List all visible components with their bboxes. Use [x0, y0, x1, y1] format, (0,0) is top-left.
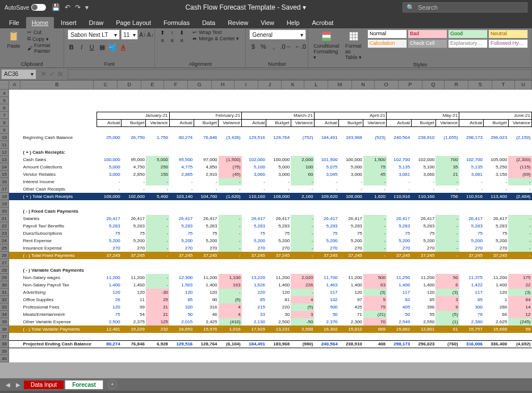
cell[interactable]: 50 — [387, 311, 411, 318]
cell[interactable]: - — [411, 185, 435, 193]
cell[interactable] — [242, 259, 266, 267]
cell[interactable] — [21, 200, 97, 208]
cell[interactable]: 120 — [411, 289, 435, 296]
row-header[interactable]: 5 — [0, 97, 9, 104]
cell[interactable] — [411, 90, 435, 97]
cell[interactable]: 14 — [508, 303, 531, 311]
cell[interactable]: - — [363, 222, 387, 230]
col-header[interactable]: D — [118, 81, 141, 90]
cell[interactable]: Rent Expense — [21, 237, 97, 244]
cell[interactable] — [387, 104, 411, 112]
cell[interactable]: 76,846 — [194, 134, 218, 141]
cell[interactable]: 33 — [242, 311, 266, 318]
cell[interactable]: 2,370 — [314, 318, 338, 326]
cell[interactable]: 75 — [459, 230, 484, 237]
cell[interactable]: (752) — [291, 134, 314, 141]
row-header[interactable]: 18 — [0, 193, 9, 200]
cell[interactable]: - — [146, 178, 169, 185]
cell[interactable]: 117 — [387, 289, 411, 296]
cell[interactable] — [21, 119, 97, 126]
cell[interactable] — [314, 259, 338, 267]
cell[interactable]: 76,846 — [122, 340, 146, 348]
cell[interactable] — [146, 90, 169, 97]
cell[interactable]: (6,104) — [219, 340, 242, 348]
cell-style-checkcell[interactable]: Check Cell — [408, 39, 447, 48]
cell[interactable]: Projected Ending Cash Balance — [21, 340, 97, 348]
cell[interactable]: 184,491 — [314, 134, 338, 141]
col-header[interactable]: U — [515, 81, 532, 90]
cell[interactable]: Beginning Cash Balance — [21, 134, 97, 141]
cell[interactable] — [266, 90, 291, 97]
cell[interactable] — [146, 333, 169, 340]
cell[interactable] — [9, 215, 21, 222]
cell[interactable] — [169, 259, 194, 267]
cell[interactable]: 110,916 — [387, 193, 411, 200]
align-bot-icon[interactable]: ⬇ — [178, 29, 186, 36]
cell[interactable]: - — [242, 185, 266, 193]
cell[interactable] — [9, 274, 21, 281]
font-name-select[interactable]: Sabon Next LT▾ — [68, 29, 120, 40]
cell[interactable]: February-21 — [169, 112, 242, 119]
cell[interactable] — [291, 126, 314, 134]
cell[interactable] — [242, 126, 266, 134]
cell[interactable]: 97,000 — [194, 156, 218, 163]
cell[interactable]: 6 — [435, 281, 459, 289]
cell[interactable]: - — [146, 237, 169, 244]
cell[interactable]: - — [435, 185, 459, 193]
row-header[interactable]: 6 — [0, 104, 9, 112]
cell[interactable]: - — [219, 252, 242, 259]
cell[interactable]: Advertising — [21, 289, 97, 296]
cell[interactable] — [194, 97, 218, 104]
cell[interactable]: 5,100 — [242, 163, 266, 171]
cell[interactable]: - — [508, 237, 531, 244]
cell[interactable]: 120 — [194, 289, 218, 296]
cell[interactable]: 296,023 — [484, 134, 508, 141]
cell[interactable]: - — [508, 244, 531, 252]
cell[interactable] — [291, 333, 314, 340]
cell[interactable]: ( - ) Total Variable Payments — [21, 326, 97, 333]
cell[interactable]: 85 — [411, 296, 435, 303]
cell[interactable]: 316,006 — [459, 340, 484, 348]
cell[interactable]: 3,081 — [459, 171, 484, 178]
tab-data[interactable]: Data — [196, 17, 221, 28]
cell[interactable]: 11,200 — [411, 274, 435, 281]
cell[interactable]: 175 — [508, 274, 531, 281]
cell[interactable] — [21, 141, 97, 149]
cell[interactable] — [291, 141, 314, 149]
cell[interactable]: 1,400 — [122, 281, 146, 289]
cell[interactable]: Professional Fees — [21, 303, 97, 311]
cell[interactable]: 11,200 — [97, 274, 121, 281]
cell[interactable] — [146, 141, 169, 149]
cell[interactable] — [339, 126, 363, 134]
row-header[interactable]: 10 — [0, 134, 9, 141]
cell[interactable]: 125 — [146, 318, 169, 326]
col-header[interactable]: B — [20, 81, 94, 90]
cut-button[interactable]: ✂Cut — [26, 29, 60, 35]
cell[interactable] — [435, 200, 459, 208]
border-button[interactable]: ▦ — [98, 44, 106, 51]
cell[interactable] — [9, 252, 21, 259]
cell[interactable]: 500 — [314, 303, 338, 311]
cell[interactable]: - — [169, 178, 194, 185]
cell[interactable] — [194, 333, 218, 340]
row-header[interactable]: 15 — [0, 171, 9, 178]
cell[interactable]: 75 — [363, 163, 387, 171]
cell[interactable]: 12,801 — [411, 326, 435, 333]
cell[interactable]: 26,417 — [169, 215, 194, 222]
cell[interactable] — [9, 222, 21, 230]
cell[interactable]: (1,500) — [219, 156, 242, 163]
cell[interactable]: - — [508, 230, 531, 237]
col-header[interactable]: E — [141, 81, 164, 90]
cell[interactable]: 108,000 — [266, 193, 291, 200]
cell[interactable]: 11,200 — [194, 274, 218, 281]
cell[interactable] — [339, 141, 363, 149]
cell[interactable]: - — [314, 178, 338, 185]
cell[interactable]: 3,060 — [411, 171, 435, 178]
cell[interactable]: (5) — [435, 311, 459, 318]
cell[interactable]: 316 — [194, 303, 218, 311]
cell[interactable] — [97, 200, 121, 208]
cell[interactable]: 5,283 — [242, 222, 266, 230]
cell[interactable]: 100 — [291, 163, 314, 171]
undo-icon[interactable]: ↶ — [65, 3, 70, 11]
cell[interactable] — [194, 90, 218, 97]
